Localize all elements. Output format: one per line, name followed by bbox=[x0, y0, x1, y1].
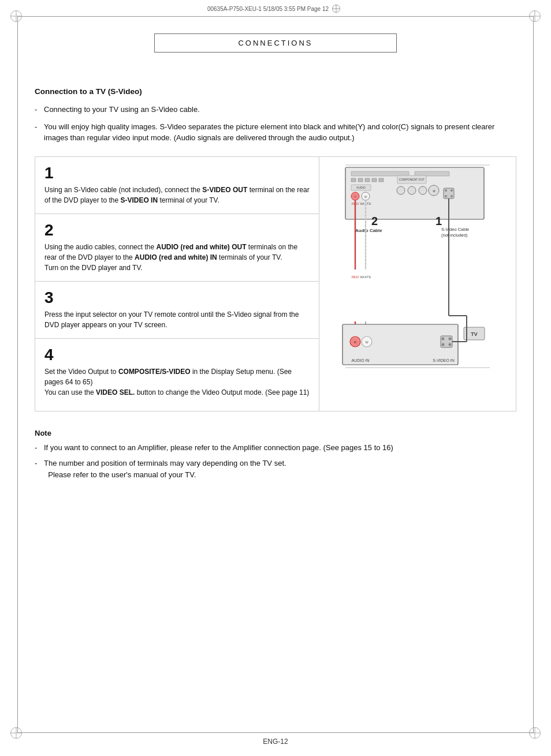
note-section: Note If you want to connect to an Amplif… bbox=[35, 429, 516, 481]
svg-text:Audio Cable: Audio Cable bbox=[355, 228, 382, 233]
svg-point-22 bbox=[445, 189, 447, 192]
section-heading: Connection to a TV (S-Video) bbox=[35, 87, 516, 96]
svg-point-53 bbox=[449, 343, 452, 346]
step-3-block: 3 Press the input selector on your TV re… bbox=[35, 282, 319, 339]
step-1-block: 1 Using an S-Video cable (not included),… bbox=[35, 157, 319, 214]
steps-diagram-row: 1 Using an S-Video cable (not included),… bbox=[35, 156, 516, 411]
connection-diagram: COMPONENT OUT ⊕ AUDIO R W bbox=[328, 163, 507, 405]
step-4-text: Set the Video Output to COMPOSITE/S-VIDE… bbox=[44, 366, 310, 398]
corner-crosshair-bl bbox=[10, 727, 22, 739]
step-2-text: Using the audio cables, connect the AUDI… bbox=[44, 242, 310, 273]
svg-rect-7 bbox=[379, 178, 384, 182]
svg-point-24 bbox=[445, 195, 447, 197]
note-item-1: If you want to connect to an Amplifier, … bbox=[35, 442, 516, 454]
svg-text:COMPONENT OUT: COMPONENT OUT bbox=[399, 178, 425, 181]
svg-rect-5 bbox=[365, 178, 370, 182]
svg-text:AUDIO IN: AUDIO IN bbox=[351, 358, 369, 362]
diagram-column: COMPONENT OUT ⊕ AUDIO R W bbox=[319, 157, 516, 411]
step-3-text: Press the input selector on your TV remo… bbox=[44, 309, 310, 330]
step-1-text: Using an S-Video cable (not included), c… bbox=[44, 185, 310, 205]
step-4-block: 4 Set the Video Output to COMPOSITE/S-VI… bbox=[35, 339, 319, 406]
svg-point-10 bbox=[397, 186, 405, 194]
svg-point-50 bbox=[442, 337, 445, 340]
svg-text:S-VIDEO IN: S-VIDEO IN bbox=[433, 358, 455, 362]
svg-point-23 bbox=[451, 189, 453, 192]
title-box: CONNECTIONS bbox=[154, 33, 397, 53]
svg-text:1: 1 bbox=[435, 215, 442, 227]
svg-text:S-Video Cable: S-Video Cable bbox=[441, 227, 469, 232]
file-info-text: 00635A-P750-XEU-1 5/18/05 3:55 PM Page 1… bbox=[207, 6, 329, 12]
outer-border-right bbox=[533, 16, 534, 733]
svg-text:R: R bbox=[354, 195, 356, 199]
svg-point-11 bbox=[408, 186, 416, 194]
svg-text:AUDIO: AUDIO bbox=[356, 186, 366, 189]
svg-point-51 bbox=[449, 337, 452, 340]
page-footer: ENG-12 bbox=[0, 738, 551, 746]
svg-text:⊕: ⊕ bbox=[433, 189, 435, 193]
svg-text:RED: RED bbox=[352, 275, 359, 279]
svg-text:W: W bbox=[365, 340, 368, 344]
note-item-2: The number and position of terminals may… bbox=[35, 458, 516, 480]
bullet-2: You will enjoy high quality images. S-Vi… bbox=[35, 121, 516, 144]
title-box-wrapper: CONNECTIONS bbox=[35, 33, 516, 70]
steps-column: 1 Using an S-Video cable (not included),… bbox=[35, 157, 319, 411]
page-number: ENG-12 bbox=[263, 738, 288, 746]
svg-text:R: R bbox=[354, 340, 356, 344]
header-crosshair bbox=[332, 5, 340, 13]
step-2-num: 2 bbox=[44, 222, 310, 238]
outer-border-top bbox=[17, 16, 534, 17]
step-4-num: 4 bbox=[44, 347, 310, 363]
note-label: Note bbox=[35, 429, 516, 437]
note-list: If you want to connect to an Amplifier, … bbox=[35, 442, 516, 481]
svg-text:(not included): (not included) bbox=[441, 233, 468, 238]
svg-point-12 bbox=[419, 186, 427, 194]
svg-point-25 bbox=[451, 195, 453, 197]
step-2-block: 2 Using the audio cables, connect the AU… bbox=[35, 214, 319, 282]
svg-text:WHITE: WHITE bbox=[360, 275, 371, 279]
svg-point-52 bbox=[442, 343, 445, 346]
svg-rect-6 bbox=[372, 178, 377, 182]
step-3-num: 3 bbox=[44, 290, 310, 306]
step-1-num: 1 bbox=[44, 165, 310, 181]
outer-border-left bbox=[17, 16, 18, 733]
diagram-svg: COMPONENT OUT ⊕ AUDIO R W bbox=[328, 163, 507, 405]
file-header: 00635A-P750-XEU-1 5/18/05 3:55 PM Page 1… bbox=[0, 5, 551, 13]
svg-rect-3 bbox=[351, 178, 356, 182]
svg-text:TV: TV bbox=[471, 331, 478, 337]
outer-border-bottom bbox=[17, 732, 534, 733]
svg-text:W: W bbox=[364, 195, 367, 199]
svg-rect-4 bbox=[358, 178, 363, 182]
intro-bullets: Connecting to your TV using an S-Video c… bbox=[35, 104, 516, 144]
page-title: CONNECTIONS bbox=[238, 39, 312, 47]
bullet-1: Connecting to your TV using an S-Video c… bbox=[35, 104, 516, 115]
svg-text:2: 2 bbox=[371, 215, 378, 227]
corner-crosshair-br bbox=[529, 727, 541, 739]
